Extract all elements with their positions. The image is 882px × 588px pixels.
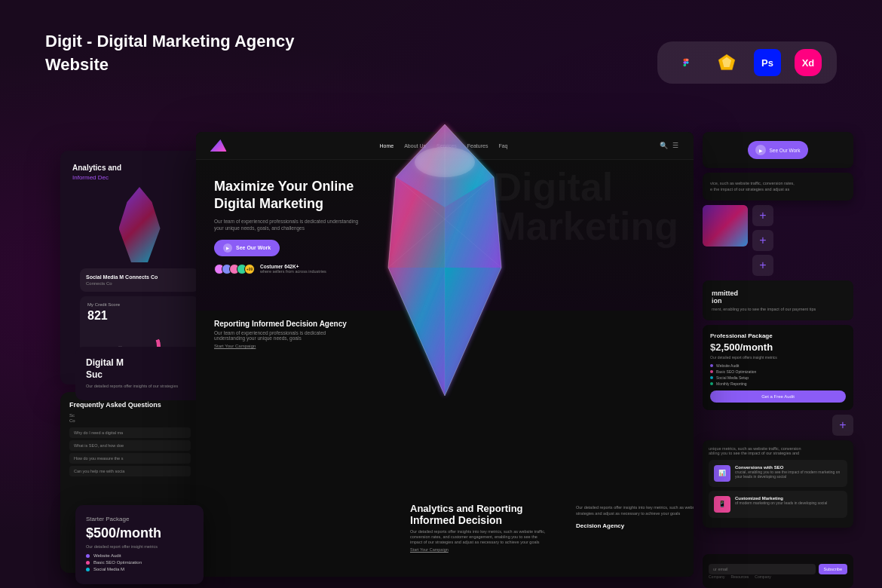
analytics-left-subtitle: Informed Dec — [72, 174, 207, 181]
see-our-work-button[interactable]: ▶ See Our Work — [748, 141, 807, 159]
right-text-card: vice, such as website traffic, conversio… — [703, 173, 853, 201]
avatar-count: +99 — [244, 264, 255, 274]
starter-label: Starter Package — [86, 516, 193, 522]
footer-links: Company Resources Company — [709, 574, 847, 579]
marketing-icon: 📱 — [714, 496, 730, 513]
analytics-right: Our detailed reports offer insights into… — [576, 504, 694, 531]
footer-link-company2[interactable]: Company — [755, 574, 770, 579]
faq-item-2: What is SEO, and how doe — [69, 440, 191, 451]
tool-icons-bar: Ps Xd — [657, 41, 837, 84]
committed-card: mmittedion ment, enabling you to see the… — [703, 280, 853, 320]
footer-link-company[interactable]: Company — [709, 574, 724, 579]
svg-marker-8 — [388, 268, 445, 396]
svg-marker-7 — [445, 268, 501, 396]
reporting-subtitle: Our team of experienced professionals is… — [214, 330, 350, 341]
package-item-4: Monthly Reporting — [710, 381, 846, 386]
package-card: Professional Package $2,500/month Our de… — [703, 325, 853, 410]
nav-icons: 🔍 ☰ — [660, 142, 678, 149]
search-icon[interactable]: 🔍 — [660, 142, 668, 149]
starter-item-3: Social Media M — [86, 567, 193, 571]
play-icon-right: ▶ — [755, 145, 766, 155]
decision-title: Decision Agency — [576, 522, 694, 531]
plus-button-3[interactable]: + — [752, 255, 773, 276]
social-media-card: Social Media M Connects Co Connects Co — [80, 268, 199, 292]
photoshop-icon: Ps — [754, 49, 781, 76]
hero-bg-text: DigitalMarketing — [493, 167, 678, 246]
package-title: Professional Package — [710, 332, 846, 339]
audit-button[interactable]: Get a Free Audit — [710, 390, 846, 403]
hero-subtitle: Our team of experienced professionals is… — [214, 218, 365, 231]
analytics-left: Analytics and Reporting Informed Decisio… — [410, 503, 561, 552]
analytics-title-bold: Informed Decision — [410, 514, 561, 526]
faq-item-1: Why do I need a digital ma — [69, 427, 191, 438]
footer-link-resources[interactable]: Resources — [730, 574, 749, 579]
see-our-work-card: ▶ See Our Work — [703, 132, 853, 168]
play-icon: ▶ — [223, 243, 232, 253]
xd-icon: Xd — [795, 49, 822, 76]
svg-point-12 — [415, 147, 475, 177]
analytics-title: Analytics and Reporting — [410, 503, 561, 514]
seo-conversions-item: 📊 Conversions with SEO crucial, enabling… — [709, 460, 847, 487]
plus-buttons-row: + + + — [703, 205, 853, 276]
page-title: Digit - Digital Marketing Agency Website — [45, 30, 294, 77]
analytics-link[interactable]: Start Your Campaign — [410, 547, 561, 552]
figma-icon — [672, 49, 700, 76]
package-item-3: Social Media Setup — [710, 375, 846, 380]
faq-item-4: Can you help me with socia — [69, 466, 191, 476]
right-panel: ▶ See Our Work vice, such as website tra… — [703, 132, 853, 532]
package-item-2: Basic SEO Optimization — [710, 369, 846, 374]
package-price: $2,500/month — [710, 341, 846, 353]
hero-cta-button[interactable]: ▶ See Our Work — [214, 240, 280, 256]
subscribe-button[interactable]: Subscribe — [819, 564, 847, 574]
gem-preview — [703, 205, 748, 247]
customer-count: Costumer 642K+ — [260, 264, 326, 269]
mockup-logo — [210, 139, 229, 152]
starter-price: $500/month — [86, 525, 193, 541]
plus-button-4[interactable]: + — [832, 415, 853, 436]
analytics-section: Analytics and Reporting Informed Decisio… — [392, 494, 694, 577]
starter-item-2: Basic SEO Optimization — [86, 560, 193, 565]
subscribe-row: Subscribe — [709, 564, 847, 574]
analytics-left-title: Analytics and — [72, 163, 207, 173]
starter-desc: Our detailed report offer insight metric… — [86, 544, 193, 549]
email-input[interactable] — [709, 564, 816, 574]
faq-title: Frequently Asked Questions — [69, 401, 191, 410]
bottom-right-bar: Subscribe Company Resources Company — [703, 554, 853, 588]
customer-sublabel: where sellers from across industries — [260, 269, 326, 274]
analytics-description: Our detailed reports offer insights into… — [410, 529, 546, 545]
starter-package-card: Starter Package $500/month Our detailed … — [75, 505, 204, 584]
menu-icon[interactable]: ☰ — [672, 142, 678, 149]
starter-item-1: Website Audit — [86, 553, 193, 558]
plus-button-2[interactable]: + — [752, 230, 773, 251]
seo-card: unique metrics, such as website traffic,… — [703, 440, 853, 528]
hero-title: Maximize Your Online Digital Marketing — [214, 178, 380, 213]
crystal-gem-decoration — [369, 117, 520, 403]
package-item-1: Website Audit — [710, 363, 846, 368]
gem-decoration — [119, 187, 161, 262]
sketch-icon — [713, 49, 740, 76]
plus-button-1[interactable]: + — [752, 205, 773, 226]
dm-success-card: Digital MSuc Our detailed reports offer … — [75, 347, 215, 400]
seo-icon: 📊 — [714, 465, 730, 482]
avatar-stack: +99 — [214, 264, 252, 274]
package-desc: Our detailed report offers insight metri… — [710, 355, 846, 360]
faq-item-3: How do you measure the s — [69, 453, 191, 464]
customized-marketing-item: 📱 Customized Marketing of modern marketi… — [709, 491, 847, 518]
